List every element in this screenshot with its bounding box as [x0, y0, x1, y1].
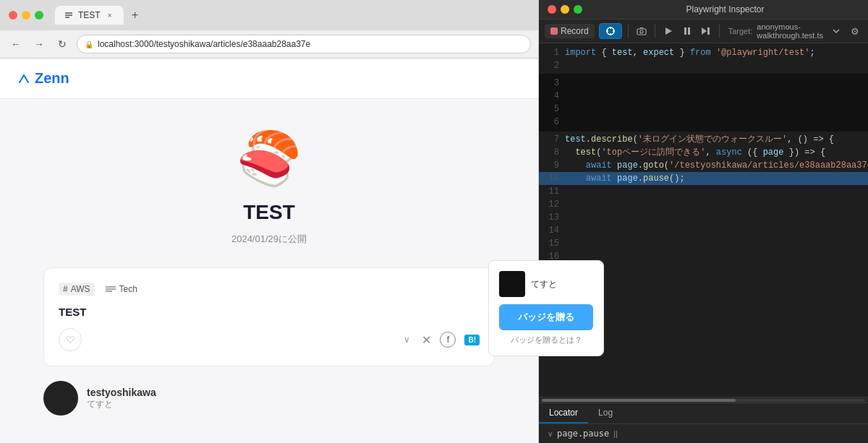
x-share-button[interactable]: ✕	[422, 333, 431, 347]
horizontal-scrollbar[interactable]	[539, 397, 868, 403]
svg-marker-16	[702, 27, 707, 35]
line-content-9: await page.goto('/testyoshikawa/articles…	[565, 159, 868, 172]
record-button[interactable]: Record	[545, 24, 595, 38]
line-number-5: 5	[539, 103, 565, 116]
tab-bar: TEST × +	[49, 6, 150, 25]
inspector-close-light[interactable]	[548, 5, 556, 14]
article-date: 2024/01/29に公開	[231, 233, 307, 246]
toolbar-separator-1	[628, 25, 629, 38]
hatena-share-button[interactable]: B!	[464, 335, 480, 345]
line-number-2: 2	[539, 59, 565, 72]
code-line-12: 12	[539, 198, 868, 211]
target-value: anonymous-walkthrough.test.ts	[757, 22, 825, 40]
line-number-12: 12	[539, 198, 565, 211]
author-bio: てすと	[87, 398, 156, 410]
tab-close-button[interactable]: ×	[105, 10, 115, 20]
screenshot-button[interactable]	[634, 24, 649, 38]
pick-locator-button[interactable]	[599, 23, 622, 39]
line-number-4: 4	[539, 90, 565, 103]
code-line-1: 1 import { test, expect } from '@playwri…	[539, 46, 868, 59]
record-label: Record	[561, 26, 589, 36]
badge-user-avatar	[499, 271, 525, 297]
forward-button[interactable]: →	[30, 35, 48, 53]
tag-tech-label: Tech	[119, 284, 137, 294]
step-button[interactable]	[699, 24, 713, 38]
locator-text: page.pause	[557, 429, 609, 439]
author-name[interactable]: testyoshikawa	[87, 387, 156, 398]
social-icons: ✕ f B!	[422, 332, 480, 348]
badge-give-button[interactable]: バッジを贈る	[499, 304, 593, 330]
play-button[interactable]	[661, 24, 676, 38]
line-number-1: 1	[539, 46, 565, 59]
svg-rect-17	[707, 27, 710, 35]
tag-tech[interactable]: Tech	[101, 283, 142, 296]
toolbar-separator-2	[655, 25, 655, 38]
address-bar[interactable]: 🔒 localhost:3000/testyoshikawa/articles/…	[77, 35, 531, 53]
locator-row: ∨ page.pause ||	[539, 424, 868, 443]
facebook-share-button[interactable]: f	[440, 332, 456, 348]
minimize-traffic-light[interactable]	[22, 11, 30, 20]
locator-tab[interactable]: Locator	[539, 403, 588, 423]
svg-rect-14	[684, 27, 686, 35]
dropdown-button[interactable]: ∨	[404, 335, 410, 345]
line-content-1: import { test, expect } from '@playwrigh…	[565, 46, 815, 59]
url-text: localhost:3000/testyoshikawa/articles/e3…	[98, 39, 310, 49]
lock-icon: 🔒	[85, 40, 93, 48]
tag-aws[interactable]: # AWS	[59, 283, 95, 296]
code-line-9: 9 await page.goto('/testyoshikawa/articl…	[539, 159, 868, 172]
settings-button[interactable]: ⚙	[848, 24, 862, 38]
locator-chevron-icon: ∨	[548, 430, 553, 438]
line-number-11: 11	[539, 185, 565, 198]
maximize-traffic-light[interactable]	[35, 11, 43, 20]
code-line-4: 4	[539, 90, 868, 103]
inspector-tab-bar: Locator Log	[539, 403, 868, 424]
new-tab-button[interactable]: +	[127, 7, 144, 24]
tab-favicon	[64, 10, 74, 20]
code-line-15: 15	[539, 237, 868, 250]
record-dot-icon	[550, 27, 558, 35]
line-number-3: 3	[539, 77, 565, 90]
inspector-title-bar: Playwright Inspector	[539, 0, 868, 20]
author-avatar	[43, 381, 78, 416]
zenn-logo[interactable]: Zenn	[17, 70, 521, 87]
zenn-header: Zenn	[0, 59, 538, 99]
refresh-button[interactable]: ↻	[54, 35, 71, 53]
log-tab[interactable]: Log	[588, 403, 623, 423]
badge-info-link[interactable]: バッジを贈るとは？	[499, 335, 593, 345]
line-content-10: await page.pause();	[565, 172, 685, 185]
like-button[interactable]: ♡	[59, 328, 82, 351]
toolbar-separator-3	[719, 25, 720, 38]
code-line-10: 10 await page.pause();	[539, 172, 868, 185]
line-content-8: test('topページに訪問できる', async ({ page }) =>…	[565, 146, 825, 159]
inspector-maximize-light[interactable]	[574, 5, 582, 14]
browser-tab[interactable]: TEST ×	[55, 6, 124, 25]
svg-point-12	[640, 30, 643, 33]
code-line-8: 8 test('topページに訪問できる', async ({ page }) …	[539, 146, 868, 159]
article-title: TEST	[243, 201, 295, 224]
line-number-7: 7	[539, 133, 565, 146]
article-emoji: 🍣	[237, 128, 302, 189]
target-dropdown-button[interactable]	[829, 24, 843, 38]
svg-rect-11	[637, 29, 646, 35]
article-tags: # AWS Tech	[59, 283, 480, 296]
close-traffic-light[interactable]	[9, 11, 17, 20]
code-line-14: 14	[539, 224, 868, 237]
pause-indicator: ||	[613, 429, 618, 438]
line-number-13: 13	[539, 211, 565, 224]
traffic-lights	[9, 11, 43, 20]
author-row: testyoshikawa てすと	[43, 381, 495, 416]
line-number-10: 10	[539, 172, 565, 185]
line-number-9: 9	[539, 159, 565, 172]
back-button[interactable]: ←	[7, 35, 25, 53]
title-bar: TEST × +	[0, 0, 538, 30]
inspector-minimize-light[interactable]	[561, 5, 569, 14]
pause-button[interactable]	[680, 24, 694, 38]
browser-window: TEST × + ← → ↻ 🔒 localhost:3000/testyosh…	[0, 0, 539, 443]
logo-text: Zenn	[35, 70, 69, 87]
badge-user-row: てすと	[499, 271, 593, 297]
tag-aws-label: AWS	[71, 284, 90, 294]
line-number-15: 15	[539, 237, 565, 250]
playwright-inspector: Playwright Inspector Record	[539, 0, 868, 443]
scrollbar-track	[542, 399, 865, 402]
nav-bar: ← → ↻ 🔒 localhost:3000/testyoshikawa/art…	[0, 30, 538, 59]
